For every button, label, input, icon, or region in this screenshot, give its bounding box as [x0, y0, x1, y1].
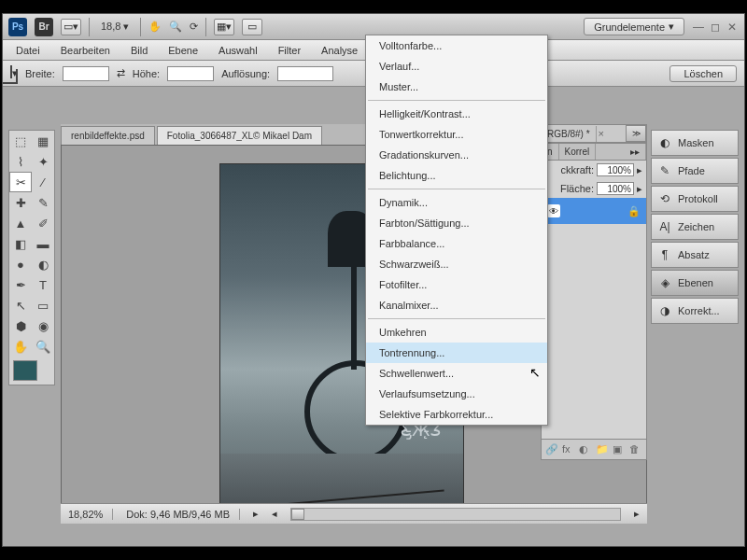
- dodge-tool-icon[interactable]: ◐: [32, 254, 54, 274]
- resolution-input[interactable]: [277, 66, 333, 81]
- trash-icon[interactable]: 🗑: [629, 443, 642, 456]
- mask-icon[interactable]: ◐: [579, 443, 592, 456]
- menu-item-colorbalance[interactable]: Farbbalance...: [366, 233, 547, 254]
- zoom-status[interactable]: 18,82%: [68, 509, 113, 520]
- heal-tool-icon[interactable]: ✚: [9, 192, 32, 213]
- panel-pfade[interactable]: ✎Pfade: [651, 158, 739, 184]
- foreground-color[interactable]: [13, 360, 37, 381]
- zoom-tool-icon[interactable]: 🔍: [32, 336, 54, 357]
- panel-tab[interactable]: Korrel: [559, 144, 597, 160]
- document-tab[interactable]: RGB/8#) *: [542, 126, 597, 142]
- menu-item-brightness[interactable]: Helligkeit/Kontrast...: [366, 104, 547, 124]
- menu-item-posterize[interactable]: Tontrennung...: [366, 343, 547, 363]
- tabs-overflow-button[interactable]: ≫: [626, 125, 646, 142]
- menu-item-channelmixer[interactable]: Kanalmixer...: [366, 295, 547, 315]
- link-icon[interactable]: 🔗: [545, 443, 558, 456]
- menu-item-bw[interactable]: Schwarzweiß...: [366, 254, 547, 274]
- pen-tool-icon[interactable]: ✒: [9, 274, 32, 295]
- eyedropper-tool-icon[interactable]: ⁄: [32, 172, 54, 192]
- screen-mode-button[interactable]: ▭: [242, 19, 262, 35]
- horizontal-scrollbar[interactable]: [290, 508, 621, 521]
- height-label: Höhe:: [133, 68, 160, 79]
- width-input[interactable]: [63, 66, 109, 81]
- clear-button[interactable]: Löschen: [669, 65, 737, 82]
- zoom-tool-icon[interactable]: 🔍: [169, 21, 182, 33]
- gradient-tool-icon[interactable]: ▬: [32, 233, 54, 254]
- menu-item-threshold[interactable]: Schwellenwert...: [366, 363, 547, 384]
- layout-button[interactable]: ▭▾: [61, 19, 81, 35]
- menu-item-gradient[interactable]: Verlauf...: [366, 56, 547, 77]
- doc-size-status: Dok: 9,46 MB/9,46 MB: [126, 509, 240, 520]
- opacity-label: ckkraft:: [561, 164, 594, 175]
- stamp-tool-icon[interactable]: ▲: [9, 213, 32, 233]
- menu-item-curves[interactable]: Gradationskurven...: [366, 145, 547, 165]
- maximize-button[interactable]: ◻: [709, 21, 722, 34]
- menu-bild[interactable]: Bild: [121, 42, 157, 59]
- panel-masken[interactable]: ◐Masken: [651, 130, 739, 156]
- menu-item-exposure[interactable]: Belichtung...: [366, 165, 547, 186]
- arrange-button[interactable]: ▦▾: [214, 19, 234, 35]
- shape-tool-icon[interactable]: ▭: [32, 295, 54, 315]
- history-brush-icon[interactable]: ✐: [32, 213, 54, 233]
- move-tool-icon[interactable]: ⬚: [9, 131, 32, 151]
- type-tool-icon[interactable]: T: [32, 274, 54, 295]
- panel-korrekturen[interactable]: ◑Korrekt...: [651, 298, 739, 324]
- history-icon: ⟲: [657, 191, 672, 206]
- document-tab[interactable]: renbildeffekte.psd: [61, 126, 155, 145]
- menu-item-invert[interactable]: Umkehren: [366, 322, 547, 343]
- menu-item-photofilter[interactable]: Fotofilter...: [366, 274, 547, 295]
- menu-item-selectivecolor[interactable]: Selektive Farbkorrektur...: [366, 404, 547, 425]
- hand-tool-icon[interactable]: ✋: [9, 336, 32, 357]
- opacity-input[interactable]: [597, 163, 634, 176]
- path-tool-icon[interactable]: ↖: [9, 295, 32, 315]
- panel-absatz[interactable]: ¶Absatz: [651, 242, 739, 268]
- menu-item-levels[interactable]: Tonwertkorrektur...: [366, 124, 547, 145]
- crop-tool-icon[interactable]: ▾: [10, 67, 18, 79]
- folder-icon[interactable]: 📁: [596, 443, 609, 456]
- menu-item-huesat[interactable]: Farbton/Sättigung...: [366, 213, 547, 233]
- blur-tool-icon[interactable]: ●: [9, 254, 32, 274]
- rotate-view-icon[interactable]: ⟳: [190, 21, 198, 33]
- layer-row[interactable]: 👁 🔒: [542, 198, 646, 224]
- menu-filter[interactable]: Filter: [269, 42, 310, 59]
- hand-tool-icon[interactable]: ✋: [148, 21, 162, 33]
- menu-datei[interactable]: Datei: [7, 42, 49, 59]
- menu-auswahl[interactable]: Auswahl: [209, 42, 267, 59]
- menu-bearbeiten[interactable]: Bearbeiten: [51, 42, 120, 59]
- layers-panel: n Korrel ▸▸ ckkraft:▸ Fläche:▸ 👁 🔒 🔗 fx …: [541, 143, 647, 460]
- fill-label: Fläche:: [560, 183, 594, 194]
- zoom-level-select[interactable]: 18,8 ▾: [97, 20, 133, 34]
- brush-tool-icon[interactable]: ✎: [32, 192, 54, 213]
- lasso-tool-icon[interactable]: ⌇: [9, 151, 32, 172]
- panel-protokoll[interactable]: ⟲Protokoll: [651, 186, 739, 212]
- new-layer-icon[interactable]: ▣: [613, 443, 626, 456]
- swap-icon[interactable]: ⇄: [117, 67, 125, 79]
- workspace-switcher[interactable]: Grundelemente▾: [584, 18, 684, 35]
- menu-analyse[interactable]: Analyse: [312, 42, 367, 59]
- adjustments-icon: ◑: [657, 303, 672, 318]
- paragraph-icon: ¶: [657, 247, 672, 262]
- crop-tool-icon[interactable]: ✂: [9, 172, 32, 192]
- document-tab[interactable]: Fotolia_3066487_XL© Mikael Dam: [157, 126, 322, 145]
- wand-tool-icon[interactable]: ✦: [32, 151, 54, 172]
- eraser-tool-icon[interactable]: ◧: [9, 233, 32, 254]
- bridge-logo-icon[interactable]: Br: [35, 18, 53, 36]
- panel-menu-icon[interactable]: ▸▸: [625, 144, 646, 160]
- 3d-tool-icon[interactable]: ⬢: [9, 315, 32, 336]
- minimize-button[interactable]: —: [692, 21, 705, 34]
- menu-item-solidcolor[interactable]: Volltonfarbe...: [366, 35, 547, 56]
- menu-item-gradientmap[interactable]: Verlaufsumsetzung...: [366, 384, 547, 404]
- height-input[interactable]: [167, 66, 214, 81]
- menu-ebene[interactable]: Ebene: [159, 42, 207, 59]
- toolbox: ⬚ ▦ ⌇ ✦ ✂ ⁄ ✚ ✎ ▲ ✐ ◧ ▬ ● ◐ ✒ T ↖ ▭ ⬢ ◉ …: [8, 130, 55, 385]
- fill-input[interactable]: [597, 182, 634, 195]
- marquee-tool-icon[interactable]: ▦: [32, 131, 54, 151]
- close-button[interactable]: ✕: [726, 21, 739, 34]
- panel-zeichen[interactable]: A|Zeichen: [651, 214, 739, 240]
- panel-ebenen[interactable]: ◈Ebenen: [651, 270, 739, 296]
- menu-item-pattern[interactable]: Muster...: [366, 77, 547, 97]
- 3d-cam-icon[interactable]: ◉: [32, 315, 54, 336]
- visibility-icon[interactable]: 👁: [547, 204, 560, 217]
- fx-icon[interactable]: fx: [562, 443, 575, 456]
- menu-item-vibrance[interactable]: Dynamik...: [366, 192, 547, 213]
